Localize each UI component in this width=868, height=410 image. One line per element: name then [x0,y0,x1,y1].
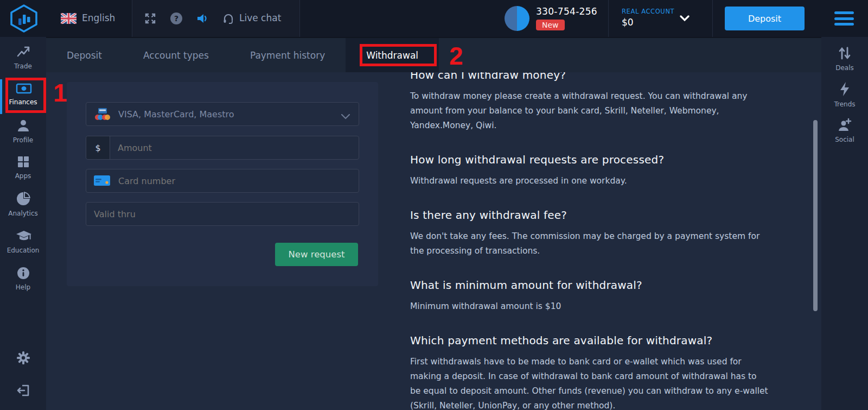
person-icon [16,118,31,133]
lightning-icon [837,81,852,96]
up-down-arrows-icon [837,46,852,60]
sidebar-item-trends[interactable]: Trends [821,81,868,108]
currency-symbol: $ [86,136,110,159]
svg-text:?: ? [174,14,178,23]
sidebar-item-social[interactable]: Social [821,118,868,143]
menu-hamburger-icon[interactable] [834,11,854,26]
sidebar-item-help[interactable]: Help [0,267,46,291]
valid-thru-input[interactable] [86,203,359,225]
live-chat-button[interactable]: Live chat [239,12,281,23]
top-bar: English ? Live chat [0,0,868,37]
brand-logo-icon[interactable] [9,4,39,33]
divider [712,0,713,37]
tab-deposit[interactable]: Deposit [46,38,123,72]
divider [132,0,132,37]
card-number-field-wrap [86,169,359,193]
tab-payment-history[interactable]: Payment history [229,38,346,72]
banknote-icon [16,83,31,97]
main-content: VISA, MasterCard, Maestro $ [46,72,821,410]
faq-question: How can I withdraw money? [410,72,803,82]
uk-flag-icon[interactable] [61,13,76,24]
payment-methods-icon [93,107,111,121]
info-circle-icon [16,267,31,281]
faq-question: Is there any withdrawal fee? [410,208,803,222]
tab-account-types[interactable]: Account types [123,38,229,72]
new-request-button[interactable]: New request [275,243,358,266]
payment-method-select[interactable]: VISA, MasterCard, Maestro [86,102,359,126]
avatar[interactable] [505,6,529,31]
sidebar-item-education[interactable]: Education [0,230,46,254]
withdrawal-form-card: VISA, MasterCard, Maestro $ [67,82,378,286]
sidebar-item-analytics[interactable]: Analytics [0,192,46,217]
faq-answer: First withdrawals have to be made to ban… [410,355,803,410]
headset-icon[interactable] [222,12,234,24]
sidebar-item-finances[interactable]: Finances [0,83,46,106]
amount-input[interactable] [110,136,359,159]
right-sidebar: Deals Trends Social [821,37,868,410]
faq-answer: Minimum withdrawal amount is $10 [410,299,803,314]
fullscreen-icon[interactable] [144,12,156,24]
divider [608,0,609,37]
valid-thru-field-wrap [86,202,359,226]
logout-icon[interactable] [0,383,46,400]
content-scrollbar[interactable] [813,120,818,311]
new-badge: New [536,20,565,30]
chevron-down-icon [341,111,350,117]
balance-value: $0 [622,17,634,28]
sound-icon[interactable] [196,12,208,24]
finances-tab-bar: Deposit Account types Payment history Wi… [46,37,821,72]
faq-question: What is minimum amount for withdrawal? [410,278,803,292]
withdrawal-page: English ? Live chat [0,0,868,410]
trend-arrow-icon [16,45,31,59]
deposit-button[interactable]: Deposit [725,7,805,30]
help-circle-icon[interactable]: ? [170,12,182,24]
withdrawal-faq: How can I withdraw money? To withdraw mo… [410,72,803,410]
account-chevron-down-icon[interactable] [680,14,690,21]
sidebar-item-apps[interactable]: Apps [0,155,46,180]
payment-method-value: VISA, MasterCard, Maestro [118,109,234,119]
active-indicator [0,79,2,114]
language-selector[interactable]: English [82,12,115,23]
faq-question: How long withdrawal requests are process… [410,153,803,167]
card-number-input[interactable] [118,169,359,192]
sidebar-item-profile[interactable]: Profile [0,118,46,144]
sidebar-item-deals[interactable]: Deals [821,46,868,72]
pie-chart-icon [16,192,31,206]
apps-grid-icon [16,155,31,169]
faq-question: Which payment methods are available for … [410,333,803,348]
left-sidebar: Trade Finances Profile [0,37,46,410]
account-id: 330-754-256 [536,6,597,17]
account-type-label: REAL ACCOUNT [622,8,674,15]
settings-gear-icon[interactable] [0,351,46,367]
faq-answer: We don't take any fees. The commission m… [410,229,803,258]
credit-card-icon [93,174,111,188]
tab-withdrawal[interactable]: Withdrawal [346,38,439,72]
graduation-cap-icon [16,230,31,244]
divider [299,0,300,37]
faq-answer: To withdraw money please create a withdr… [410,89,803,133]
person-plus-icon [837,118,852,132]
sidebar-item-trade[interactable]: Trade [0,45,46,70]
faq-answer: Withdrawal requests are processed in one… [410,174,803,188]
amount-field-wrap: $ [86,136,359,160]
